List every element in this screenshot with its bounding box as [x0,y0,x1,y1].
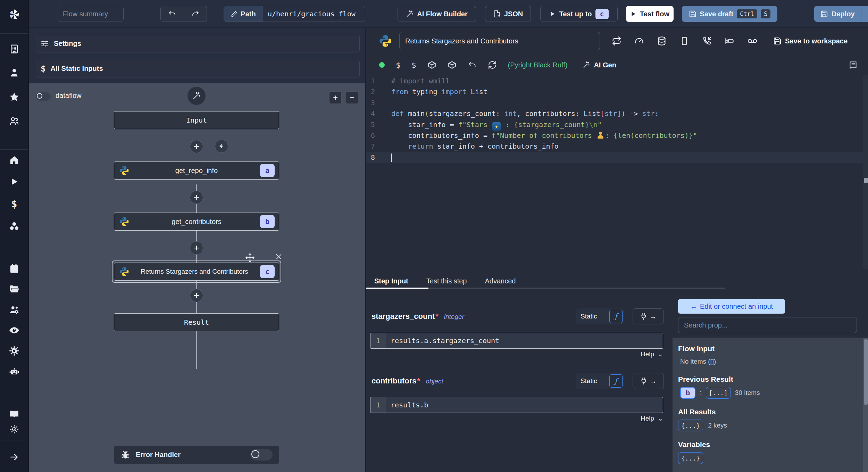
database-icon[interactable] [657,36,667,46]
plus-icon [193,245,200,251]
code-line[interactable]: 4def main(stargazers_count: int, contrib… [366,108,868,119]
path-label: Path [224,6,263,22]
save-to-workspace-button[interactable]: Save to workspace [773,37,848,45]
add-step-button[interactable] [190,191,203,204]
prev-result-array-badge[interactable]: [...] [706,387,731,399]
function-mode-icon[interactable]: ƒ [609,310,623,323]
flow-node-a[interactable]: get_repo_info a [114,162,279,180]
static-toggle-stargazers[interactable]: Static ƒ [576,308,624,324]
delete-node-button[interactable] [275,253,283,260]
pencil-icon [231,10,238,17]
add-step-button[interactable] [190,241,203,255]
code-line[interactable]: 6 contributors_info = f"Number of contri… [366,130,868,141]
phone-incoming-icon[interactable] [702,36,712,46]
add-trigger-button[interactable] [215,140,228,153]
concurrency-voicemail-icon[interactable] [747,36,758,46]
code-line[interactable]: 7 return star_info + contributors_info [366,141,868,152]
ai-wand-button[interactable] [187,87,206,105]
tab-advanced[interactable]: Advanced [485,277,516,285]
reload-icon[interactable] [488,60,497,69]
package-icon[interactable] [427,60,436,69]
flow-node-input[interactable]: Input [114,111,279,129]
step-title-input[interactable] [399,32,600,50]
redo-button[interactable] [184,6,207,22]
deploy-options-button[interactable] [861,6,868,22]
connect-input-button-stargazers[interactable]: → [633,308,664,324]
flow-node-c[interactable]: Returns Stargazers and Contributors c [114,263,279,281]
resource-picker-button[interactable]: $ [411,61,416,69]
expr-input-contributors[interactable]: 1 results.b [370,397,663,413]
sidebar-item-home[interactable] [6,152,23,168]
mock-square-icon[interactable] [679,36,689,46]
windmill-logo[interactable] [6,6,23,23]
static-toggle-contributors[interactable]: Static ƒ [576,373,624,389]
variables-object-badge[interactable]: {...} [678,452,703,464]
reset-undo-icon[interactable] [468,60,477,69]
sidebar-item-favorites[interactable] [6,89,23,105]
flow-summary-input[interactable] [58,6,124,22]
add-step-button[interactable] [190,289,203,302]
sidebar-item-user[interactable] [6,64,23,81]
sidebar-item-folders[interactable] [6,281,23,298]
theme-toggle[interactable] [6,421,23,438]
path-chip[interactable]: Path u/henri/gracious_flow [224,6,365,22]
props-scrollbar[interactable] [863,338,868,472]
move-node-handle[interactable] [245,253,255,263]
dataflow-toggle[interactable] [36,92,51,101]
zoom-out-button[interactable]: − [346,91,358,104]
add-step-button[interactable] [190,140,203,153]
zoom-in-button[interactable]: + [329,91,342,104]
retry-repeat-icon[interactable] [612,36,621,46]
sleep-bed-icon[interactable] [725,36,734,46]
code-line[interactable]: 8 [366,152,868,163]
code-line[interactable]: 5 star_info = f"Stars ★ : {stargazers_co… [366,119,868,130]
flow-node-b[interactable]: get_contributors b [114,213,279,231]
deploy-button[interactable]: Deploy [814,6,861,22]
code-line[interactable]: 1# import wmill [366,76,868,86]
all-results-object-badge[interactable]: {...} [678,420,703,431]
flow-graph-canvas[interactable]: dataflow + − Input get_repo_info a [29,83,365,472]
save-draft-button[interactable]: Save draft Ctrl S [682,6,777,22]
variable-picker-button[interactable]: $ [396,61,400,69]
sidebar-item-runs[interactable] [6,173,23,190]
tab-step-input[interactable]: Step Input [374,277,408,285]
sidebar-item-workspace[interactable] [6,41,23,57]
error-handler-node[interactable]: Error Handler [114,446,279,464]
code-line[interactable]: 2from typing import List [366,86,868,97]
function-mode-icon[interactable]: ƒ [609,374,623,388]
sidebar-item-workers[interactable] [6,301,23,318]
help-link[interactable]: Help [641,415,654,422]
ai-gen-button[interactable]: AI Gen [583,61,616,69]
sidebar-item-schedules[interactable] [6,260,23,277]
flow-settings-button[interactable]: Settings [35,35,360,52]
json-button[interactable]: JSON [485,6,531,22]
gauge-icon[interactable] [634,36,644,46]
editor-scrollbar[interactable] [863,75,868,269]
code-line[interactable]: 3 [366,98,868,108]
tab-test-this-step[interactable]: Test this step [426,277,467,285]
search-prop-input[interactable] [678,317,857,333]
test-up-to-button[interactable]: Test up to c [540,6,618,22]
connect-input-button-contributors[interactable]: → [633,373,664,389]
code-editor[interactable]: 1# import wmill2from typing import List3… [366,76,868,163]
expr-input-stargazers[interactable]: 1 results.a.stargazers_count [370,333,663,349]
edit-or-connect-button[interactable]: ← Edit or connect an input [678,299,785,314]
flow-node-result[interactable]: Result [114,313,279,331]
expand-sidebar-button[interactable] [6,449,23,465]
sidebar-item-audit-logs[interactable] [6,322,23,339]
sidebar-item-groups[interactable] [6,113,23,129]
library-icon[interactable] [849,61,858,70]
error-handler-toggle[interactable] [250,449,273,461]
package-icon[interactable] [448,60,457,69]
sidebar-item-settings[interactable] [6,342,23,359]
all-static-inputs-button[interactable]: $ All Static Inputs [35,60,360,77]
undo-button[interactable] [161,6,184,22]
sidebar-item-docs[interactable] [6,406,23,422]
sidebar-item-variables[interactable]: $ [6,196,23,212]
sidebar-item-resources[interactable] [6,218,23,234]
test-flow-button[interactable]: Test flow [626,6,674,22]
help-link[interactable]: Help [641,350,654,358]
ai-flow-builder-button[interactable]: AI Flow Builder [398,6,476,22]
prev-result-step-badge[interactable]: b [680,387,695,399]
sidebar-item-ai[interactable] [6,363,23,380]
